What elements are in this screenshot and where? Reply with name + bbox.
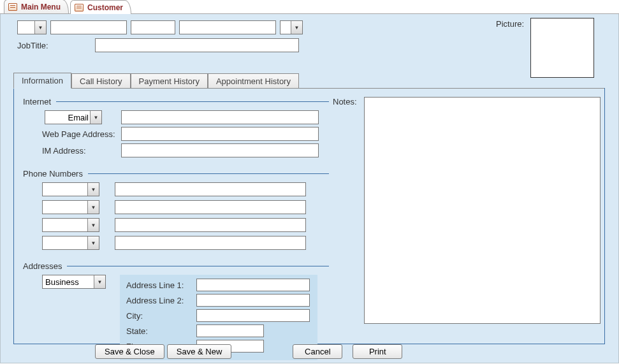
suffix-field[interactable] (280, 20, 303, 34)
phone-header: Phone Numbers (23, 169, 83, 178)
form-icon (75, 4, 84, 11)
phone-number-field[interactable] (115, 218, 306, 232)
tab-appointment-history[interactable]: Appointment History (208, 73, 299, 89)
print-button[interactable]: Print (353, 344, 402, 359)
cancel-button[interactable]: Cancel (293, 344, 342, 359)
tab-main-menu-label: Main Menu (21, 1, 61, 13)
phone-type-combo[interactable]: ▼ (42, 182, 99, 196)
picture-box[interactable] (530, 18, 594, 78)
divider (56, 101, 329, 102)
im-address-field[interactable] (121, 143, 319, 157)
prefix-field[interactable] (17, 20, 47, 34)
form-footer: Save & Close Save & New Cancel Print (1, 344, 618, 359)
phone-number-field[interactable] (115, 236, 306, 250)
email-field[interactable] (121, 110, 319, 124)
im-address-label: IM Address: (23, 146, 119, 156)
divider (67, 266, 329, 266)
middle-name-field[interactable] (131, 20, 175, 34)
save-new-label: Save & New (177, 347, 222, 356)
tab-information-label: Information (22, 76, 63, 85)
picture-block: Picture: (496, 18, 604, 78)
customer-form: ▼ ▼ JobTitle: Picture: Information Call … (0, 14, 619, 363)
phone-row-2: ▼ (23, 200, 329, 214)
phone-type-field[interactable] (42, 236, 99, 250)
jobtitle-label: JobTitle: (17, 41, 87, 50)
phone-type-field[interactable] (42, 200, 99, 214)
phone-type-combo[interactable]: ▼ (42, 236, 99, 250)
notes-label: Notes: (333, 97, 360, 324)
tab-main-menu[interactable]: Main Menu (4, 0, 69, 13)
phone-row-4: ▼ (23, 236, 329, 250)
picture-label: Picture: (496, 18, 524, 78)
internet-section: Internet ▼ Web P (23, 97, 329, 157)
address-line1-field[interactable] (196, 279, 310, 291)
tab-payment-history[interactable]: Payment History (131, 73, 208, 89)
tab-payment-history-label: Payment History (139, 76, 200, 86)
tab-appointment-history-label: Appointment History (216, 76, 291, 86)
phone-number-field[interactable] (115, 182, 306, 196)
email-type-field[interactable] (45, 110, 102, 124)
email-type-combo[interactable]: ▼ (45, 110, 102, 124)
customer-tab-control: Information Call History Payment History… (13, 71, 605, 344)
address-type-combo[interactable]: ▼ (42, 275, 106, 289)
left-column: Internet ▼ Web P (23, 97, 329, 360)
right-column: Notes: (333, 97, 601, 324)
phone-number-field[interactable] (115, 200, 306, 214)
web-page-label: Web Page Address: (23, 129, 119, 139)
address-type-field[interactable] (42, 275, 106, 289)
name-fields: ▼ ▼ JobTitle: (17, 20, 310, 52)
phone-row-1: ▼ (23, 182, 329, 196)
divider (88, 173, 329, 174)
prefix-combo[interactable]: ▼ (17, 20, 47, 34)
save-new-button[interactable]: Save & New (167, 344, 232, 359)
suffix-combo[interactable]: ▼ (280, 20, 303, 34)
phone-row-3: ▼ (23, 218, 329, 232)
phone-section: Phone Numbers ▼ ▼ (23, 169, 329, 250)
state-field[interactable] (196, 324, 264, 337)
tab-strip: Information Call History Payment History… (13, 71, 605, 88)
tab-customer[interactable]: Customer (70, 0, 131, 14)
save-close-label: Save & Close (105, 347, 155, 356)
phone-type-field[interactable] (42, 182, 99, 196)
save-close-button[interactable]: Save & Close (95, 344, 164, 359)
address-header: Addresses (23, 261, 62, 271)
cancel-label: Cancel (305, 347, 330, 356)
tab-information[interactable]: Information (13, 73, 71, 89)
tab-call-history-label: Call History (80, 76, 122, 86)
first-name-field[interactable] (50, 20, 127, 34)
form-icon (8, 3, 17, 11)
state-label: State: (126, 326, 196, 336)
document-tabs: Main Menu Customer (0, 0, 619, 14)
phone-type-field[interactable] (42, 218, 99, 232)
notes-field[interactable] (364, 97, 601, 324)
address-line2-field[interactable] (196, 294, 310, 307)
address-line2-label: Address Line 2: (126, 296, 196, 305)
phone-type-combo[interactable]: ▼ (42, 200, 99, 214)
city-field[interactable] (196, 309, 310, 322)
tab-customer-label: Customer (87, 1, 123, 14)
web-page-field[interactable] (121, 127, 319, 141)
print-label: Print (369, 347, 386, 356)
jobtitle-field[interactable] (95, 38, 299, 52)
city-label: City: (126, 311, 196, 321)
phone-type-combo[interactable]: ▼ (42, 218, 99, 232)
internet-header: Internet (23, 97, 51, 106)
tab-call-history[interactable]: Call History (71, 73, 130, 89)
last-name-field[interactable] (179, 20, 276, 34)
tab-body-information: Internet ▼ Web P (13, 88, 605, 344)
address-line1-label: Address Line 1: (126, 280, 196, 290)
